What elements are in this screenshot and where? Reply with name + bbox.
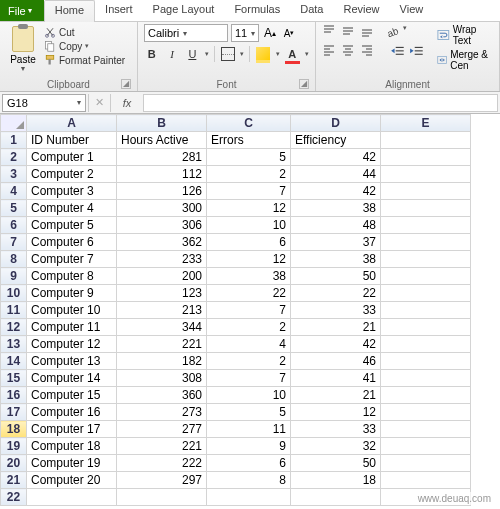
cell[interactable]: Computer 8	[27, 268, 117, 285]
cell[interactable]: 38	[291, 251, 381, 268]
cell[interactable]: 18	[291, 472, 381, 489]
row-header-10[interactable]: 10	[1, 285, 27, 302]
cell[interactable]: 37	[291, 234, 381, 251]
cell[interactable]: Computer 5	[27, 217, 117, 234]
cell[interactable]: 2	[207, 353, 291, 370]
cell[interactable]	[381, 251, 471, 268]
cell[interactable]: 46	[291, 353, 381, 370]
cell[interactable]: Computer 10	[27, 302, 117, 319]
cell[interactable]: 50	[291, 268, 381, 285]
cell[interactable]: 6	[207, 234, 291, 251]
menu-tab-page-layout[interactable]: Page Layout	[143, 0, 225, 21]
cell[interactable]: 200	[117, 268, 207, 285]
row-header-20[interactable]: 20	[1, 455, 27, 472]
cell[interactable]	[381, 472, 471, 489]
cell[interactable]: Computer 19	[27, 455, 117, 472]
chevron-down-icon[interactable]: ▾	[205, 50, 209, 58]
cell[interactable]: Computer 15	[27, 387, 117, 404]
cell[interactable]: 10	[207, 217, 291, 234]
cell[interactable]: 12	[291, 404, 381, 421]
cell[interactable]: 2	[207, 319, 291, 336]
row-header-13[interactable]: 13	[1, 336, 27, 353]
chevron-down-icon[interactable]: ▾	[240, 50, 244, 58]
cell[interactable]: 48	[291, 217, 381, 234]
name-box[interactable]: G18 ▾	[2, 94, 86, 112]
cell[interactable]: 4	[207, 336, 291, 353]
menu-tab-view[interactable]: View	[390, 0, 434, 21]
menu-tab-formulas[interactable]: Formulas	[224, 0, 290, 21]
row-header-11[interactable]: 11	[1, 302, 27, 319]
cell[interactable]: Computer 1	[27, 149, 117, 166]
italic-button[interactable]: I	[164, 46, 179, 62]
shrink-font-button[interactable]: A▾	[281, 25, 297, 41]
merge-center-button[interactable]: Merge & Cen	[437, 49, 493, 71]
orientation-button[interactable]: ab	[384, 24, 400, 40]
cell[interactable]: ID Number	[27, 132, 117, 149]
cell[interactable]	[381, 370, 471, 387]
align-left-button[interactable]	[322, 43, 338, 59]
cell[interactable]: 9	[207, 438, 291, 455]
cell[interactable]: 12	[207, 200, 291, 217]
cell[interactable]	[291, 489, 381, 506]
cell[interactable]: 21	[291, 319, 381, 336]
cell[interactable]: Computer 17	[27, 421, 117, 438]
cell[interactable]	[381, 166, 471, 183]
align-bottom-button[interactable]	[360, 24, 376, 40]
cell[interactable]: Computer 2	[27, 166, 117, 183]
borders-button[interactable]	[220, 46, 235, 62]
menu-tab-data[interactable]: Data	[290, 0, 333, 21]
cell[interactable]: 44	[291, 166, 381, 183]
cell[interactable]	[381, 387, 471, 404]
chevron-down-icon[interactable]: ▾	[276, 50, 280, 58]
dialog-launcher-icon[interactable]: ◢	[121, 79, 131, 89]
cell[interactable]	[381, 404, 471, 421]
cell[interactable]: 42	[291, 149, 381, 166]
cell[interactable]: 7	[207, 183, 291, 200]
cell[interactable]: 50	[291, 455, 381, 472]
cell[interactable]	[207, 489, 291, 506]
cell[interactable]: 222	[117, 455, 207, 472]
cell[interactable]: 21	[291, 387, 381, 404]
cell[interactable]	[381, 268, 471, 285]
cell[interactable]: 38	[291, 200, 381, 217]
cell[interactable]: 360	[117, 387, 207, 404]
row-header-22[interactable]: 22	[1, 489, 27, 506]
chevron-down-icon[interactable]: ▾	[305, 50, 309, 58]
column-header-A[interactable]: A	[27, 115, 117, 132]
row-header-9[interactable]: 9	[1, 268, 27, 285]
font-color-button[interactable]: A	[285, 46, 300, 62]
font-size-combo[interactable]: 11 ▾	[231, 24, 259, 42]
cell[interactable]: 273	[117, 404, 207, 421]
align-right-button[interactable]	[360, 43, 376, 59]
cell[interactable]: Computer 6	[27, 234, 117, 251]
cell[interactable]: 182	[117, 353, 207, 370]
cell[interactable]	[381, 455, 471, 472]
cell[interactable]: 297	[117, 472, 207, 489]
cell[interactable]: 221	[117, 438, 207, 455]
align-top-button[interactable]	[322, 24, 338, 40]
select-all-corner[interactable]	[1, 115, 27, 132]
cell[interactable]	[381, 200, 471, 217]
cell[interactable]	[117, 489, 207, 506]
cell[interactable]: 7	[207, 302, 291, 319]
cell[interactable]	[381, 217, 471, 234]
cell[interactable]	[381, 336, 471, 353]
cell[interactable]	[381, 132, 471, 149]
fx-icon[interactable]: fx	[111, 97, 143, 109]
row-header-1[interactable]: 1	[1, 132, 27, 149]
cell[interactable]: 42	[291, 336, 381, 353]
row-header-8[interactable]: 8	[1, 251, 27, 268]
column-header-C[interactable]: C	[207, 115, 291, 132]
row-header-7[interactable]: 7	[1, 234, 27, 251]
cell[interactable]: 2	[207, 166, 291, 183]
cell[interactable]: 6	[207, 455, 291, 472]
column-header-B[interactable]: B	[117, 115, 207, 132]
menu-tab-insert[interactable]: Insert	[95, 0, 143, 21]
cell[interactable]: 213	[117, 302, 207, 319]
cell[interactable]: 33	[291, 421, 381, 438]
cell[interactable]: Computer 7	[27, 251, 117, 268]
bold-button[interactable]: B	[144, 46, 159, 62]
menu-tab-review[interactable]: Review	[333, 0, 389, 21]
row-header-6[interactable]: 6	[1, 217, 27, 234]
cell[interactable]: 11	[207, 421, 291, 438]
